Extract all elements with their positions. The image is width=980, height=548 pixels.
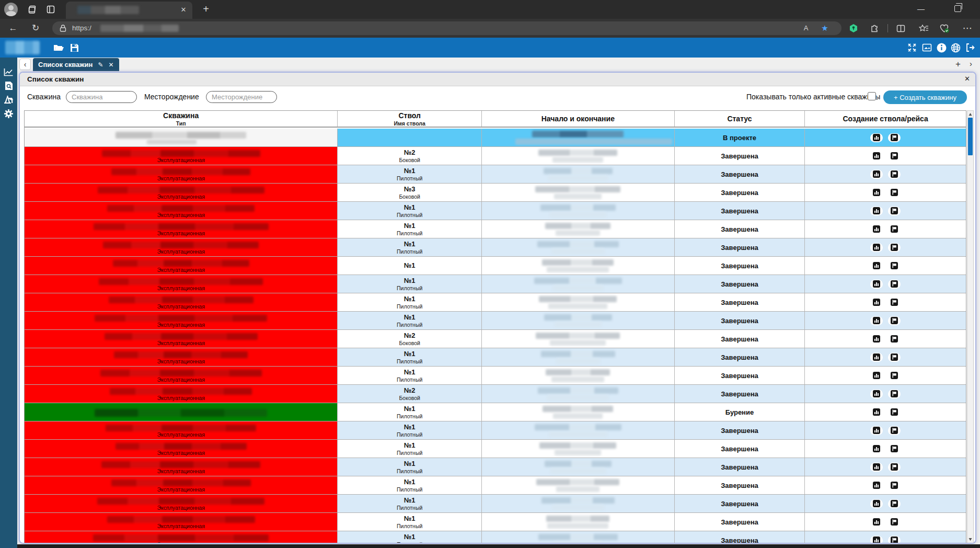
create-bore-button[interactable] — [870, 408, 883, 417]
create-bore-button[interactable] — [870, 170, 883, 179]
well-row[interactable]: Эксплуатационная№1ПилотныйЗавершена — [25, 440, 966, 458]
create-bore-button[interactable] — [870, 371, 883, 380]
scroll-down-icon[interactable] — [969, 538, 972, 541]
save-icon[interactable] — [68, 42, 80, 53]
active-only-checkbox[interactable] — [868, 92, 876, 100]
well-row[interactable]: Эксплуатационная№1ПилотныйЗавершена — [25, 202, 966, 220]
well-row[interactable]: Эксплуатационная№2БоковойЗавершена — [25, 385, 966, 403]
create-run-button[interactable] — [888, 335, 901, 344]
window-minimize-button[interactable]: — — [909, 0, 933, 19]
new-tab-button[interactable]: + — [200, 3, 212, 15]
create-bore-button[interactable] — [870, 426, 883, 435]
well-row[interactable]: Эксплуатационная№1ПилотныйЗавершена — [25, 421, 966, 440]
create-bore-button[interactable] — [870, 353, 883, 362]
create-run-button[interactable] — [888, 152, 901, 161]
create-bore-button[interactable] — [870, 444, 883, 453]
well-row[interactable]: Эксплуатационная№1ПилотныйЗавершена — [25, 293, 966, 312]
document-search-icon[interactable] — [3, 81, 14, 91]
password-manager-icon[interactable] — [848, 22, 859, 34]
screenshot-icon[interactable] — [920, 42, 933, 53]
well-row[interactable]: №1ПилотныйБурение — [25, 403, 966, 421]
browser-tab[interactable]: ✕ — [66, 2, 192, 19]
create-bore-button[interactable] — [870, 152, 883, 161]
browser-essentials-icon[interactable] — [939, 22, 950, 34]
well-row[interactable]: Эксплуатационная№1ПилотныйЗавершена — [25, 367, 966, 385]
fullscreen-icon[interactable] — [906, 42, 918, 53]
well-row[interactable]: Эксплуатационная№3БоковойЗавершена — [25, 184, 966, 202]
create-run-button[interactable] — [888, 444, 901, 453]
info-icon[interactable] — [935, 42, 948, 53]
create-run-button[interactable] — [888, 481, 901, 490]
well-row[interactable]: Эксплуатационная№1ПилотныйЗавершена — [25, 348, 966, 367]
logout-icon[interactable] — [964, 42, 976, 53]
create-bore-button[interactable] — [870, 225, 883, 234]
well-row[interactable]: Эксплуатационная№1ПилотныйЗавершена — [25, 220, 966, 238]
split-screen-icon[interactable] — [895, 22, 906, 34]
address-bar[interactable]: https:/ A ★ — [52, 21, 841, 35]
settings-gear-icon[interactable] — [3, 108, 14, 119]
extensions-icon[interactable] — [869, 22, 880, 34]
well-row[interactable]: Эксплуатационная№1ПилотныйЗавершена — [25, 476, 966, 495]
create-bore-button[interactable] — [870, 261, 883, 270]
well-row[interactable]: Эксплуатационная№1ПилотныйЗавершена — [25, 312, 966, 330]
create-run-button[interactable] — [888, 390, 901, 398]
profile-avatar[interactable] — [4, 3, 18, 16]
workspace-add-tab-button[interactable]: + — [955, 59, 961, 70]
well-row[interactable]: Эксплуатационная№2БоковойЗавершена — [25, 330, 966, 348]
create-bore-button[interactable] — [870, 335, 883, 344]
column-header[interactable]: СкважинаТип — [25, 111, 338, 127]
workspace-tab-next-button[interactable]: › — [970, 59, 972, 68]
create-run-button[interactable] — [888, 133, 901, 142]
create-bore-button[interactable] — [870, 536, 883, 543]
well-row[interactable]: В проекте — [25, 129, 966, 147]
window-restore-button[interactable] — [954, 5, 961, 12]
workspace-tab-back-button[interactable]: ‹ — [19, 59, 31, 70]
create-run-button[interactable] — [888, 518, 901, 527]
create-bore-button[interactable] — [870, 298, 883, 307]
favorite-star-icon[interactable]: ★ — [820, 24, 830, 33]
trend-chart-icon[interactable] — [3, 67, 14, 77]
column-header[interactable]: Начало и окончание — [482, 111, 675, 127]
create-bore-button[interactable] — [870, 280, 883, 289]
read-aloud-icon[interactable]: A — [801, 24, 811, 33]
refresh-icon[interactable]: ↻ — [29, 22, 42, 35]
well-row[interactable]: Эксплуатационная№1ПилотныйЗавершена — [25, 165, 966, 184]
create-bore-button[interactable] — [870, 316, 883, 325]
create-run-button[interactable] — [888, 353, 901, 362]
well-row[interactable]: Эксплуатационная№1ПилотныйЗавершена — [25, 513, 966, 531]
create-bore-button[interactable] — [870, 207, 883, 215]
scrollbar-thumb[interactable] — [968, 118, 973, 155]
create-bore-button[interactable] — [870, 390, 883, 398]
column-header[interactable]: Создание ствола/рейса — [805, 111, 966, 127]
well-row[interactable]: Эксплуатационная№1ПилотныйЗавершена — [25, 275, 966, 293]
create-run-button[interactable] — [888, 188, 901, 197]
create-run-button[interactable] — [888, 170, 901, 179]
open-folder-icon[interactable] — [52, 42, 65, 53]
create-bore-button[interactable] — [870, 518, 883, 527]
column-header[interactable]: Статус — [675, 111, 805, 127]
well-row[interactable]: Эксплуатационная№1ПилотныйЗавершена — [25, 495, 966, 513]
well-row[interactable]: Эксплуатационная№1Завершена — [25, 257, 966, 275]
well-row[interactable]: Эксплуатационная№1ПилотныйЗавершена — [25, 458, 966, 476]
create-run-button[interactable] — [888, 225, 901, 234]
panel-close-icon[interactable]: ✕ — [964, 75, 970, 83]
well-row[interactable]: Эксплуатационная№2БоковойЗавершена — [25, 147, 966, 165]
create-run-button[interactable] — [888, 499, 901, 508]
tab-close-icon[interactable]: ✕ — [179, 5, 188, 15]
panel-header[interactable]: Список скважин ✕ — [20, 73, 975, 86]
create-run-button[interactable] — [888, 243, 901, 252]
column-header[interactable]: СтволИмя ствола — [338, 111, 482, 127]
create-well-button[interactable]: + Создать скважину — [883, 90, 967, 104]
create-bore-button[interactable] — [870, 133, 883, 142]
create-run-button[interactable] — [888, 316, 901, 325]
create-run-button[interactable] — [888, 408, 901, 417]
create-run-button[interactable] — [888, 426, 901, 435]
workspaces-icon[interactable] — [26, 4, 38, 15]
favorites-icon[interactable] — [918, 22, 929, 34]
create-run-button[interactable] — [888, 371, 901, 380]
create-run-button[interactable] — [888, 463, 901, 472]
well-filter-input[interactable] — [66, 91, 137, 103]
workspace-tab-close-icon[interactable]: ✕ — [108, 61, 113, 68]
create-bore-button[interactable] — [870, 188, 883, 197]
well-row[interactable]: Эксплуатационная№1ПилотныйЗавершена — [25, 238, 966, 257]
